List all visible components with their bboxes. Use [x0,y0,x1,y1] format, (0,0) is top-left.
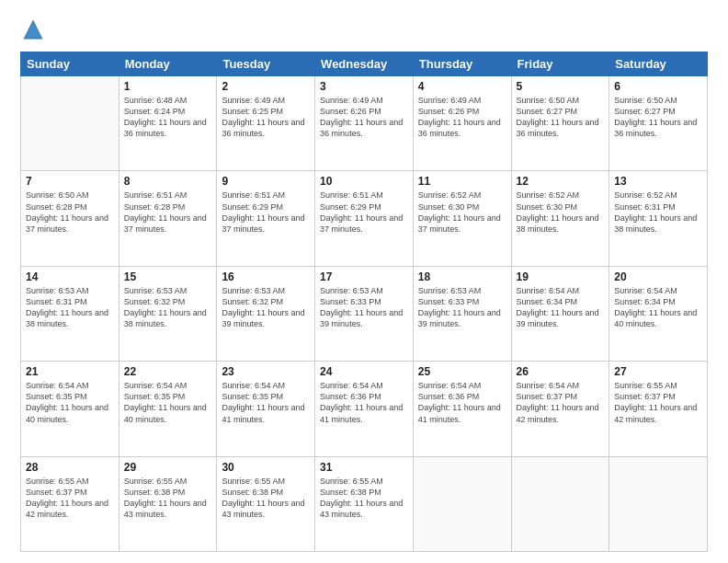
page: SundayMondayTuesdayWednesdayThursdayFrid… [0,0,728,563]
calendar-day-cell: 19Sunrise: 6:54 AMSunset: 6:34 PMDayligh… [511,266,609,361]
calendar-day-cell: 27Sunrise: 6:55 AMSunset: 6:37 PMDayligh… [609,362,708,456]
day-info: Sunrise: 6:50 AMSunset: 6:28 PMDaylight:… [26,190,114,235]
day-number: 19 [517,270,605,283]
day-number: 5 [517,80,605,93]
day-info: Sunrise: 6:50 AMSunset: 6:27 PMDaylight:… [517,95,605,140]
calendar-day-cell: 26Sunrise: 6:54 AMSunset: 6:37 PMDayligh… [511,362,609,456]
day-info: Sunrise: 6:54 AMSunset: 6:35 PMDaylight:… [222,380,310,425]
calendar-day-cell: 29Sunrise: 6:55 AMSunset: 6:38 PMDayligh… [119,456,217,551]
calendar-day-cell: 25Sunrise: 6:54 AMSunset: 6:36 PMDayligh… [413,362,511,456]
day-number: 7 [26,175,114,188]
day-info: Sunrise: 6:53 AMSunset: 6:32 PMDaylight:… [124,285,212,330]
calendar-day-header: Tuesday [217,52,315,76]
day-number: 9 [222,175,310,188]
day-info: Sunrise: 6:49 AMSunset: 6:26 PMDaylight:… [320,95,408,140]
day-number: 24 [320,365,408,378]
calendar-day-cell: 10Sunrise: 6:51 AMSunset: 6:29 PMDayligh… [315,171,414,266]
day-number: 30 [222,461,310,474]
calendar-day-cell: 11Sunrise: 6:52 AMSunset: 6:30 PMDayligh… [413,171,511,266]
day-info: Sunrise: 6:55 AMSunset: 6:37 PMDaylight:… [26,476,114,521]
day-number: 25 [418,365,506,378]
day-number: 28 [26,461,114,474]
calendar-day-cell [21,76,119,171]
day-number: 6 [614,80,702,93]
day-info: Sunrise: 6:52 AMSunset: 6:30 PMDaylight:… [517,190,605,235]
day-info: Sunrise: 6:55 AMSunset: 6:38 PMDaylight:… [124,476,212,521]
logo [20,17,50,42]
day-number: 16 [222,270,310,283]
day-info: Sunrise: 6:53 AMSunset: 6:31 PMDaylight:… [26,285,114,330]
calendar-week-row: 7Sunrise: 6:50 AMSunset: 6:28 PMDaylight… [21,171,708,266]
calendar-day-cell: 8Sunrise: 6:51 AMSunset: 6:28 PMDaylight… [119,171,217,266]
calendar-day-cell: 18Sunrise: 6:53 AMSunset: 6:33 PMDayligh… [413,266,511,361]
calendar-week-row: 28Sunrise: 6:55 AMSunset: 6:37 PMDayligh… [21,456,708,551]
day-number: 29 [124,461,212,474]
day-info: Sunrise: 6:54 AMSunset: 6:35 PMDaylight:… [124,380,212,425]
calendar-day-header: Sunday [21,52,119,76]
day-info: Sunrise: 6:49 AMSunset: 6:26 PMDaylight:… [418,95,506,140]
day-number: 11 [418,175,506,188]
calendar-day-cell: 20Sunrise: 6:54 AMSunset: 6:34 PMDayligh… [609,266,708,361]
calendar-day-header: Thursday [413,52,511,76]
calendar-day-header: Friday [511,52,609,76]
day-number: 20 [614,270,702,283]
calendar-day-cell: 12Sunrise: 6:52 AMSunset: 6:30 PMDayligh… [511,171,609,266]
calendar-day-cell: 9Sunrise: 6:51 AMSunset: 6:29 PMDaylight… [217,171,315,266]
day-number: 26 [517,365,605,378]
day-info: Sunrise: 6:52 AMSunset: 6:30 PMDaylight:… [418,190,506,235]
calendar-day-cell: 31Sunrise: 6:55 AMSunset: 6:38 PMDayligh… [315,456,414,551]
day-info: Sunrise: 6:54 AMSunset: 6:36 PMDaylight:… [418,380,506,425]
calendar-day-cell [413,456,511,551]
calendar-day-cell: 1Sunrise: 6:48 AMSunset: 6:24 PMDaylight… [119,76,217,171]
calendar-day-cell: 23Sunrise: 6:54 AMSunset: 6:35 PMDayligh… [217,362,315,456]
day-info: Sunrise: 6:48 AMSunset: 6:24 PMDaylight:… [124,95,212,140]
day-info: Sunrise: 6:51 AMSunset: 6:29 PMDaylight:… [320,190,408,235]
logo-icon [20,17,46,42]
calendar-day-header: Monday [119,52,217,76]
day-info: Sunrise: 6:50 AMSunset: 6:27 PMDaylight:… [614,95,702,140]
day-info: Sunrise: 6:53 AMSunset: 6:33 PMDaylight:… [418,285,506,330]
day-number: 3 [320,80,408,93]
day-number: 12 [517,175,605,188]
day-number: 17 [320,270,408,283]
calendar-day-cell: 7Sunrise: 6:50 AMSunset: 6:28 PMDaylight… [21,171,119,266]
calendar-day-cell: 5Sunrise: 6:50 AMSunset: 6:27 PMDaylight… [511,76,609,171]
calendar-header-row: SundayMondayTuesdayWednesdayThursdayFrid… [21,52,708,76]
day-info: Sunrise: 6:54 AMSunset: 6:35 PMDaylight:… [26,380,114,425]
day-number: 13 [614,175,702,188]
day-number: 1 [124,80,212,93]
day-info: Sunrise: 6:54 AMSunset: 6:34 PMDaylight:… [517,285,605,330]
calendar-day-cell: 4Sunrise: 6:49 AMSunset: 6:26 PMDaylight… [413,76,511,171]
day-info: Sunrise: 6:53 AMSunset: 6:33 PMDaylight:… [320,285,408,330]
day-number: 23 [222,365,310,378]
day-number: 2 [222,80,310,93]
calendar-table: SundayMondayTuesdayWednesdayThursdayFrid… [20,52,708,552]
calendar-day-cell: 3Sunrise: 6:49 AMSunset: 6:26 PMDaylight… [315,76,414,171]
calendar-day-header: Saturday [609,52,708,76]
day-info: Sunrise: 6:54 AMSunset: 6:34 PMDaylight:… [614,285,702,330]
calendar-week-row: 21Sunrise: 6:54 AMSunset: 6:35 PMDayligh… [21,362,708,456]
day-number: 21 [26,365,114,378]
day-info: Sunrise: 6:54 AMSunset: 6:36 PMDaylight:… [320,380,408,425]
calendar-day-header: Wednesday [315,52,414,76]
calendar-day-cell: 21Sunrise: 6:54 AMSunset: 6:35 PMDayligh… [21,362,119,456]
day-number: 22 [124,365,212,378]
calendar-day-cell: 28Sunrise: 6:55 AMSunset: 6:37 PMDayligh… [21,456,119,551]
calendar-day-cell: 15Sunrise: 6:53 AMSunset: 6:32 PMDayligh… [119,266,217,361]
day-number: 15 [124,270,212,283]
calendar-day-cell: 6Sunrise: 6:50 AMSunset: 6:27 PMDaylight… [609,76,708,171]
calendar-day-cell: 17Sunrise: 6:53 AMSunset: 6:33 PMDayligh… [315,266,414,361]
calendar-day-cell: 13Sunrise: 6:52 AMSunset: 6:31 PMDayligh… [609,171,708,266]
day-info: Sunrise: 6:55 AMSunset: 6:38 PMDaylight:… [320,476,408,521]
header [20,17,708,42]
calendar-day-cell: 22Sunrise: 6:54 AMSunset: 6:35 PMDayligh… [119,362,217,456]
calendar-day-cell: 24Sunrise: 6:54 AMSunset: 6:36 PMDayligh… [315,362,414,456]
day-number: 4 [418,80,506,93]
day-info: Sunrise: 6:55 AMSunset: 6:37 PMDaylight:… [614,380,702,425]
svg-marker-1 [25,23,41,38]
day-number: 14 [26,270,114,283]
day-number: 8 [124,175,212,188]
day-number: 18 [418,270,506,283]
day-info: Sunrise: 6:51 AMSunset: 6:29 PMDaylight:… [222,190,310,235]
day-number: 27 [614,365,702,378]
